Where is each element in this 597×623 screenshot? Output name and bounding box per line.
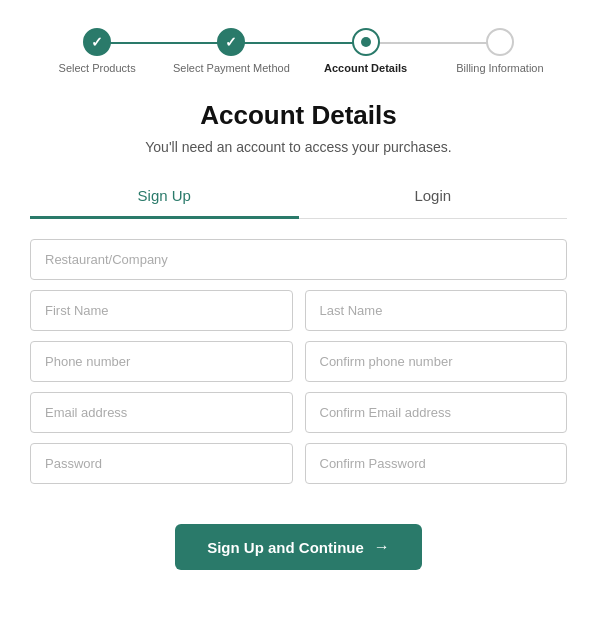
confirm-password-input[interactable] <box>305 443 568 484</box>
page-title-section: Account Details You'll need an account t… <box>0 90 597 175</box>
form-row-name <box>30 290 567 331</box>
phone-input[interactable] <box>30 341 293 382</box>
step-label-4: Billing Information <box>456 62 543 74</box>
form-row-phone <box>30 341 567 382</box>
page-title: Account Details <box>20 100 577 131</box>
company-input[interactable] <box>30 239 567 280</box>
step-account-details: Account Details <box>299 28 433 74</box>
step-circle-4 <box>486 28 514 56</box>
step-circle-2: ✓ <box>217 28 245 56</box>
submit-section: Sign Up and Continue → <box>0 504 597 600</box>
step-select-payment: ✓ Select Payment Method <box>164 28 298 74</box>
page-subtitle: You'll need an account to access your pu… <box>20 139 577 155</box>
progress-bar: ✓ Select Products ✓ Select Payment Metho… <box>0 0 597 90</box>
form-row-company <box>30 239 567 280</box>
step-label-2: Select Payment Method <box>173 62 290 74</box>
arrow-icon: → <box>374 538 390 556</box>
tabs-container: Sign Up Login <box>30 175 567 219</box>
step-billing-info: Billing Information <box>433 28 567 74</box>
tab-login[interactable]: Login <box>299 175 568 219</box>
form-container <box>0 219 597 504</box>
email-input[interactable] <box>30 392 293 433</box>
password-input[interactable] <box>30 443 293 484</box>
confirm-phone-input[interactable] <box>305 341 568 382</box>
form-row-email <box>30 392 567 433</box>
step-label-1: Select Products <box>59 62 136 74</box>
tab-signup[interactable]: Sign Up <box>30 175 299 219</box>
confirm-email-input[interactable] <box>305 392 568 433</box>
submit-label: Sign Up and Continue <box>207 539 364 556</box>
submit-button[interactable]: Sign Up and Continue → <box>175 524 422 570</box>
step-select-products: ✓ Select Products <box>30 28 164 74</box>
first-name-input[interactable] <box>30 290 293 331</box>
form-row-password <box>30 443 567 484</box>
step-circle-3 <box>352 28 380 56</box>
step-label-3: Account Details <box>324 62 407 74</box>
last-name-input[interactable] <box>305 290 568 331</box>
step-circle-1: ✓ <box>83 28 111 56</box>
